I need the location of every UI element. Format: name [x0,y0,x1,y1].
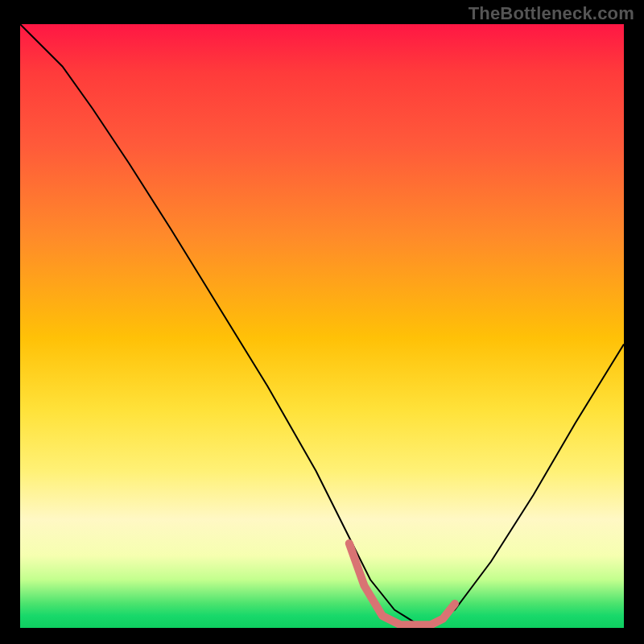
watermark-text: TheBottleneck.com [469,3,634,24]
plot-area [20,24,624,628]
curve-layer [20,24,624,628]
bottleneck-curve [20,24,624,625]
chart-stage: TheBottleneck.com [0,0,644,644]
highlight-min-segment [349,543,455,625]
